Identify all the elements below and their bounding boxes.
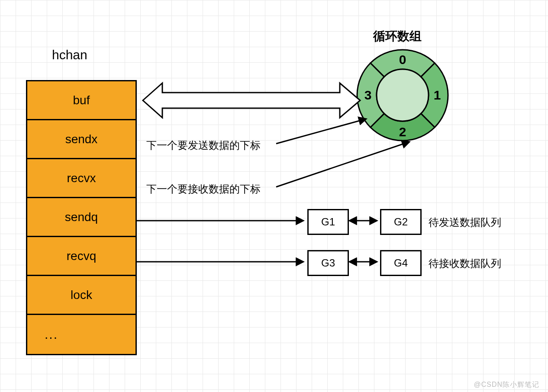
field-recvx: recvx <box>27 159 135 198</box>
watermark: @CSDN陈小辉笔记 <box>474 380 539 389</box>
ring-buffer: 0 1 2 3 <box>355 48 450 143</box>
field-sendq: sendq <box>27 198 135 237</box>
field-more: ... <box>27 315 135 354</box>
ring-title: 循环数组 <box>373 28 422 45</box>
svg-point-0 <box>377 69 429 121</box>
label-sendq: 待发送数据队列 <box>429 215 501 229</box>
ring-slot-0: 0 <box>399 52 406 67</box>
ring-slot-1: 1 <box>434 88 441 102</box>
field-recvq: recvq <box>27 237 135 276</box>
arrow-recvx-ring <box>276 142 409 187</box>
note-recvx: 下一个要接收数据的下标 <box>146 182 261 196</box>
goroutine-g1: G1 <box>307 209 349 235</box>
note-sendx: 下一个要发送数据的下标 <box>146 138 261 152</box>
field-lock: lock <box>27 276 135 315</box>
diagram-canvas: hchan buf sendx recvx sendq recvq lock .… <box>0 0 548 392</box>
field-buf: buf <box>27 81 135 120</box>
field-sendx: sendx <box>27 120 135 159</box>
struct-title: hchan <box>52 48 87 62</box>
goroutine-g2: G2 <box>380 209 422 235</box>
arrow-sendx-ring <box>276 119 366 144</box>
double-arrow-buf-ring <box>143 83 360 118</box>
hchan-struct: buf sendx recvx sendq recvq lock ... <box>26 80 137 355</box>
ring-slot-2: 2 <box>399 125 406 139</box>
ring-slot-3: 3 <box>364 88 372 102</box>
label-recvq: 待接收数据队列 <box>429 257 501 270</box>
goroutine-g4: G4 <box>380 250 422 276</box>
goroutine-g3: G3 <box>307 250 349 276</box>
